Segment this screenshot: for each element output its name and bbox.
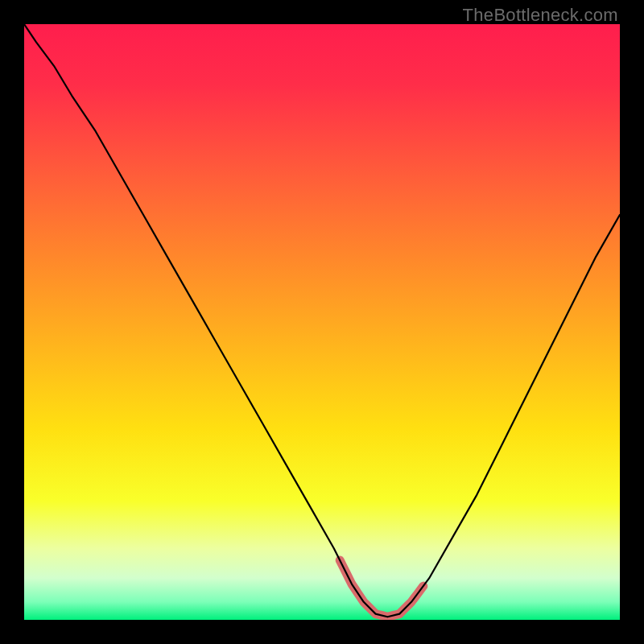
curve-layer — [24, 24, 620, 620]
watermark-text: TheBottleneck.com — [463, 5, 618, 26]
plot-area — [24, 24, 620, 620]
optimal-highlight — [340, 560, 423, 617]
bottleneck-chart: TheBottleneck.com — [0, 0, 644, 644]
bottleneck-curve — [24, 24, 620, 617]
